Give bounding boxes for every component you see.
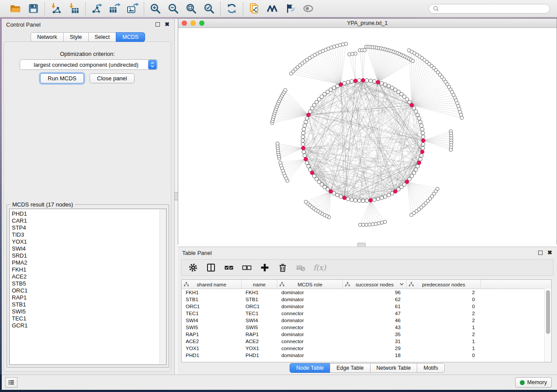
add-column-button[interactable] [259, 262, 270, 273]
network-node[interactable] [332, 86, 336, 89]
network-node[interactable] [405, 180, 409, 184]
column-header-successor-nodes[interactable]: successor nodes [343, 280, 407, 289]
network-node[interactable] [336, 84, 339, 88]
first-neighbors-button[interactable] [266, 3, 278, 14]
zoom-in-button[interactable] [149, 3, 161, 14]
network-node[interactable] [400, 93, 403, 96]
function-builder-button[interactable]: f(x) [313, 263, 326, 272]
network-node[interactable] [376, 80, 380, 84]
network-node[interactable] [301, 146, 305, 150]
column-header-name[interactable]: name [242, 280, 277, 289]
network-node[interactable] [377, 222, 381, 225]
mcds-result-list[interactable]: PHD1CAR1STP4TID3YOX1SWI4SRD1PMA2FKH1ACE2… [9, 209, 166, 365]
network-node[interactable] [279, 161, 282, 165]
table-row[interactable]: ACE2ACE2connector311 [182, 337, 545, 344]
mcds-result-item[interactable]: FKH1 [12, 266, 166, 273]
mcds-result-item[interactable]: ORC1 [12, 287, 166, 294]
mcds-result-item[interactable]: CAR1 [12, 217, 166, 224]
network-node[interactable] [416, 113, 419, 117]
network-node[interactable] [303, 124, 306, 127]
network-node[interactable] [323, 185, 326, 189]
network-node[interactable] [361, 79, 365, 83]
network-node[interactable] [365, 223, 368, 227]
network-node[interactable] [329, 189, 333, 193]
network-node[interactable] [310, 107, 314, 110]
network-node[interactable] [368, 223, 371, 227]
network-node[interactable] [357, 79, 361, 82]
table-row[interactable]: SWI5SWI5connector431 [182, 323, 545, 330]
network-node[interactable] [414, 168, 418, 171]
network-node[interactable] [329, 88, 332, 91]
table-row[interactable]: FKH1FKH1dominator962 [182, 289, 545, 296]
network-node[interactable] [416, 165, 419, 168]
deselect-all-columns-button[interactable] [242, 262, 252, 273]
select-all-columns-button[interactable] [224, 262, 234, 273]
table-row[interactable]: ORC1ORC1dominator610 [182, 303, 545, 309]
network-node[interactable] [303, 154, 306, 157]
network-node[interactable] [339, 195, 343, 198]
maximize-window-icon[interactable] [199, 21, 204, 26]
network-node[interactable] [420, 124, 423, 127]
network-node[interactable] [400, 185, 403, 189]
network-node[interactable] [460, 116, 464, 120]
network-node[interactable] [421, 127, 424, 131]
network-node[interactable] [410, 174, 414, 178]
import-table-button[interactable] [68, 3, 80, 14]
network-graph[interactable] [178, 28, 557, 244]
network-node[interactable] [421, 131, 425, 135]
network-node[interactable] [380, 196, 384, 199]
column-header-predecessor-nodes[interactable]: predecessor nodes [407, 280, 481, 289]
network-node[interactable] [346, 197, 350, 201]
network-node[interactable] [373, 79, 376, 83]
network-node[interactable] [336, 193, 339, 197]
network-node[interactable] [405, 97, 409, 101]
network-window-titlebar[interactable]: YPA_prune.txt_1 [178, 19, 557, 28]
table-panel-close-button[interactable]: ✖ [547, 250, 553, 256]
tab-mcds[interactable]: MCDS [116, 32, 145, 42]
network-node[interactable] [371, 223, 374, 226]
table-panel-float-button[interactable] [537, 250, 543, 256]
network-node[interactable] [308, 110, 312, 113]
mcds-result-item[interactable]: STP4 [12, 224, 166, 231]
refresh-layout-button[interactable] [226, 3, 238, 14]
tab-network[interactable]: Network [31, 32, 64, 42]
table-row[interactable]: SWI4SWI4dominator462 [182, 316, 545, 323]
mcds-result-item[interactable]: SWI4 [12, 245, 166, 252]
network-node[interactable] [353, 79, 357, 83]
mcds-result-item[interactable]: RAP1 [12, 294, 166, 301]
mcds-result-item[interactable]: GCR1 [12, 322, 166, 329]
optimization-criterion-select[interactable]: largest connected component (undirected) [20, 59, 158, 70]
network-node[interactable] [304, 157, 308, 161]
network-node[interactable] [369, 199, 373, 203]
network-node[interactable] [411, 59, 415, 63]
network-node[interactable] [365, 199, 369, 203]
network-node[interactable] [304, 120, 308, 124]
network-node[interactable] [358, 223, 362, 227]
show-columns-button[interactable] [206, 262, 216, 273]
new-network-from-selection-button[interactable] [249, 3, 260, 14]
network-node[interactable] [419, 158, 422, 161]
network-node[interactable] [301, 131, 305, 135]
tab-select[interactable]: Select [88, 32, 117, 42]
network-node[interactable] [373, 198, 376, 202]
table-row[interactable]: RAP1RAP1dominator352 [182, 330, 545, 337]
show-all-button[interactable] [302, 3, 314, 14]
mcds-result-item[interactable]: ACE2 [12, 273, 166, 280]
network-node[interactable] [390, 86, 394, 89]
mcds-result-scrollbar[interactable] [159, 210, 166, 364]
network-node[interactable] [354, 199, 357, 202]
network-node[interactable] [339, 83, 343, 86]
control-panel-close-button[interactable]: ✖ [164, 22, 170, 28]
network-node[interactable] [305, 161, 309, 165]
network-node[interactable] [307, 165, 310, 168]
network-node[interactable] [376, 197, 380, 201]
task-history-button[interactable] [5, 377, 17, 388]
network-node[interactable] [422, 143, 425, 146]
table-row[interactable]: YOX1YOX1connector291 [182, 344, 545, 351]
network-node[interactable] [320, 183, 323, 186]
import-network-button[interactable] [50, 3, 62, 14]
table-scrollbar[interactable] [544, 289, 551, 362]
network-node[interactable] [402, 95, 406, 98]
delete-table-button[interactable] [295, 262, 306, 273]
table-row[interactable]: TEC1TEC1connector472 [182, 309, 545, 316]
